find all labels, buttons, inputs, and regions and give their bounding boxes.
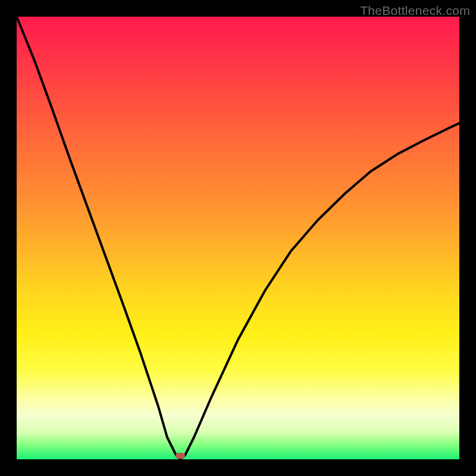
- chart-plot-area: [17, 17, 459, 459]
- bottleneck-curve: [17, 17, 459, 459]
- chart-frame: TheBottleneck.com: [0, 0, 476, 476]
- curve-path: [17, 17, 459, 459]
- optimal-point-marker: [176, 453, 185, 459]
- watermark-text: TheBottleneck.com: [360, 4, 470, 18]
